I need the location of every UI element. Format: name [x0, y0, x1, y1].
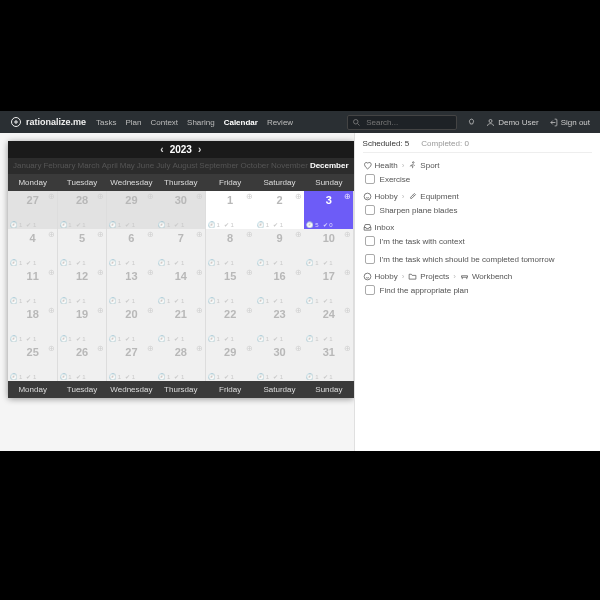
crumb-projects[interactable]: Projects [408, 272, 449, 281]
crumb-workbench[interactable]: Workbench [460, 272, 512, 281]
task-item[interactable]: I'm the task which should be completed t… [365, 254, 592, 264]
day-cell[interactable]: ⊕14🕘 1✔ 1 [156, 267, 205, 304]
nav-context[interactable]: Context [151, 118, 179, 127]
month-june[interactable]: June [136, 161, 155, 170]
add-task-icon[interactable]: ⊕ [246, 344, 253, 353]
add-task-icon[interactable]: ⊕ [48, 230, 55, 239]
add-task-icon[interactable]: ⊕ [97, 344, 104, 353]
day-cell[interactable]: ⊕3🕘 5✔ 0 [304, 191, 353, 228]
nav-calendar[interactable]: Calendar [224, 118, 258, 127]
crumb-sport[interactable]: Sport [408, 161, 439, 170]
tab-scheduled[interactable]: Scheduled: 5 [363, 139, 410, 148]
day-cell[interactable]: ⊕8🕘 1✔ 1 [206, 229, 255, 266]
task-item[interactable]: Sharpen plane blades [365, 205, 592, 215]
add-task-icon[interactable]: ⊕ [147, 230, 154, 239]
crumb-hobby[interactable]: Hobby [363, 272, 398, 281]
tab-completed[interactable]: Completed: 0 [421, 139, 469, 148]
task-item[interactable]: I'm the task with context [365, 236, 592, 246]
checkbox-icon[interactable] [365, 285, 375, 295]
next-year-button[interactable]: › [198, 144, 201, 155]
day-cell[interactable]: ⊕11🕘 1✔ 1 [8, 267, 57, 304]
day-cell[interactable]: ⊕28🕘 1✔ 1 [58, 191, 107, 228]
month-august[interactable]: August [171, 161, 198, 170]
month-april[interactable]: April [101, 161, 119, 170]
roadmap-link[interactable] [467, 118, 476, 127]
day-cell[interactable]: ⊕20🕘 1✔ 1 [107, 305, 156, 342]
demo-user-link[interactable]: Demo User [486, 118, 538, 127]
add-task-icon[interactable]: ⊕ [147, 306, 154, 315]
prev-year-button[interactable]: ‹ [160, 144, 163, 155]
day-cell[interactable]: ⊕2🕘 1✔ 1 [255, 191, 304, 228]
search-box[interactable] [347, 115, 457, 130]
day-cell[interactable]: ⊕9🕘 1✔ 1 [255, 229, 304, 266]
add-task-icon[interactable]: ⊕ [97, 230, 104, 239]
add-task-icon[interactable]: ⊕ [295, 192, 302, 201]
add-task-icon[interactable]: ⊕ [97, 306, 104, 315]
add-task-icon[interactable]: ⊕ [344, 230, 351, 239]
add-task-icon[interactable]: ⊕ [295, 344, 302, 353]
add-task-icon[interactable]: ⊕ [147, 192, 154, 201]
month-november[interactable]: November [270, 161, 309, 170]
add-task-icon[interactable]: ⊕ [344, 344, 351, 353]
month-may[interactable]: May [119, 161, 136, 170]
day-cell[interactable]: ⊕10🕘 1✔ 1 [304, 229, 353, 266]
day-cell[interactable]: ⊕24🕘 1✔ 1 [304, 305, 353, 342]
add-task-icon[interactable]: ⊕ [196, 192, 203, 201]
day-cell[interactable]: ⊕29🕘 1✔ 1 [206, 343, 255, 380]
day-cell[interactable]: ⊕12🕘 1✔ 1 [58, 267, 107, 304]
month-january[interactable]: January [12, 161, 42, 170]
task-item[interactable]: Exercise [365, 174, 592, 184]
add-task-icon[interactable]: ⊕ [48, 344, 55, 353]
day-cell[interactable]: ⊕6🕘 1✔ 1 [107, 229, 156, 266]
add-task-icon[interactable]: ⊕ [196, 344, 203, 353]
crumb-equipment[interactable]: Equipment [408, 192, 458, 201]
month-december[interactable]: December [309, 161, 350, 170]
day-cell[interactable]: ⊕13🕘 1✔ 1 [107, 267, 156, 304]
add-task-icon[interactable]: ⊕ [147, 268, 154, 277]
add-task-icon[interactable]: ⊕ [246, 268, 253, 277]
day-cell[interactable]: ⊕26🕘 1✔ 1 [58, 343, 107, 380]
day-cell[interactable]: ⊕4🕘 1✔ 1 [8, 229, 57, 266]
month-october[interactable]: October [240, 161, 270, 170]
day-cell[interactable]: ⊕29🕘 1✔ 1 [107, 191, 156, 228]
add-task-icon[interactable]: ⊕ [48, 306, 55, 315]
day-cell[interactable]: ⊕19🕘 1✔ 1 [58, 305, 107, 342]
day-cell[interactable]: ⊕21🕘 1✔ 1 [156, 305, 205, 342]
nav-tasks[interactable]: Tasks [96, 118, 116, 127]
checkbox-icon[interactable] [365, 254, 375, 264]
day-cell[interactable]: ⊕5🕘 1✔ 1 [58, 229, 107, 266]
add-task-icon[interactable]: ⊕ [48, 268, 55, 277]
day-cell[interactable]: ⊕22🕘 1✔ 1 [206, 305, 255, 342]
day-cell[interactable]: ⊕28🕘 1✔ 1 [156, 343, 205, 380]
add-task-icon[interactable]: ⊕ [344, 268, 351, 277]
nav-review[interactable]: Review [267, 118, 293, 127]
crumb-inbox[interactable]: Inbox [363, 223, 395, 232]
add-task-icon[interactable]: ⊕ [97, 268, 104, 277]
crumb-hobby[interactable]: Hobby [363, 192, 398, 201]
sign-out-link[interactable]: Sign out [549, 118, 590, 127]
month-march[interactable]: March [76, 161, 100, 170]
day-cell[interactable]: ⊕27🕘 1✔ 1 [8, 191, 57, 228]
add-task-icon[interactable]: ⊕ [246, 192, 253, 201]
checkbox-icon[interactable] [365, 236, 375, 246]
day-cell[interactable]: ⊕25🕘 1✔ 1 [8, 343, 57, 380]
day-cell[interactable]: ⊕17🕘 1✔ 1 [304, 267, 353, 304]
day-cell[interactable]: ⊕18🕘 1✔ 1 [8, 305, 57, 342]
crumb-health[interactable]: Health [363, 161, 398, 170]
add-task-icon[interactable]: ⊕ [295, 268, 302, 277]
add-task-icon[interactable]: ⊕ [246, 230, 253, 239]
day-cell[interactable]: ⊕30🕘 1✔ 1 [255, 343, 304, 380]
month-february[interactable]: February [42, 161, 76, 170]
day-cell[interactable]: ⊕31🕘 1✔ 1 [304, 343, 353, 380]
add-task-icon[interactable]: ⊕ [295, 306, 302, 315]
add-task-icon[interactable]: ⊕ [344, 306, 351, 315]
day-cell[interactable]: ⊕30🕘 1✔ 1 [156, 191, 205, 228]
add-task-icon[interactable]: ⊕ [147, 344, 154, 353]
day-cell[interactable]: ⊕16🕘 1✔ 1 [255, 267, 304, 304]
checkbox-icon[interactable] [365, 205, 375, 215]
day-cell[interactable]: ⊕23🕘 1✔ 1 [255, 305, 304, 342]
month-july[interactable]: July [155, 161, 171, 170]
add-task-icon[interactable]: ⊕ [97, 192, 104, 201]
add-task-icon[interactable]: ⊕ [196, 268, 203, 277]
day-cell[interactable]: ⊕15🕘 1✔ 1 [206, 267, 255, 304]
